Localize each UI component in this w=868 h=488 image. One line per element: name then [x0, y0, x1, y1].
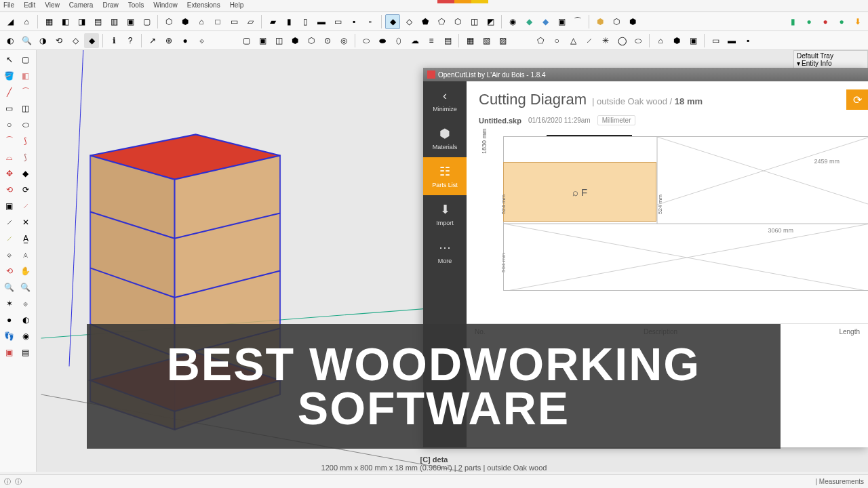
tool-icon[interactable]: ⟳ [18, 182, 33, 197]
menu-camera[interactable]: Camera [69, 1, 94, 10]
tool-icon[interactable]: ⊙ [320, 33, 335, 48]
menu-edit[interactable]: Edit [24, 1, 35, 10]
tool-icon[interactable]: ⬢ [669, 33, 684, 48]
download-icon[interactable]: ⬇ [850, 14, 865, 29]
tool-icon[interactable]: ▮ [281, 14, 296, 29]
menu-tools[interactable]: Tools [128, 1, 144, 10]
tool-icon[interactable]: ⬡ [609, 14, 624, 29]
info-icon[interactable]: ⓘ [4, 477, 11, 487]
tool-icon[interactable]: ◢ [3, 14, 18, 29]
tool-icon[interactable]: ▥ [106, 14, 121, 29]
tool-icon[interactable]: ⌒ [18, 84, 33, 100]
scene-thumb-icon[interactable]: ● [834, 14, 849, 29]
tool-icon[interactable]: ⊕ [161, 33, 176, 48]
tool-icon[interactable]: ☁ [408, 33, 422, 48]
tool-icon[interactable]: ⌓ [1, 149, 17, 165]
tool-icon[interactable]: ⬭ [359, 33, 374, 48]
tool-icon[interactable]: ⟋ [18, 198, 33, 214]
tool-icon[interactable]: ● [178, 33, 193, 48]
tool-icon[interactable]: ▣ [123, 14, 138, 29]
tool-icon[interactable]: ◉ [18, 328, 33, 344]
zoom-tool-icon[interactable]: 🔍 [1, 279, 17, 295]
tool-icon[interactable]: ◯ [614, 33, 629, 48]
tool-icon[interactable]: ⬡ [304, 33, 319, 48]
tool-icon[interactable]: ⬠ [533, 33, 548, 48]
tool-icon[interactable]: ▪ [741, 33, 755, 48]
entity-info-panel[interactable]: Entity Info [802, 60, 831, 67]
tool-icon[interactable]: 🔍 [19, 33, 34, 48]
plugin-titlebar[interactable]: OpenCutList by L'Air du Bois - 1.8.4 [423, 68, 868, 81]
tool-icon[interactable]: ◫ [467, 14, 481, 29]
tool-icon[interactable]: ⬡ [161, 14, 176, 29]
tool-icon[interactable]: ▨ [495, 33, 510, 48]
text-tool-icon[interactable]: A̲ [18, 230, 33, 246]
tool-icon[interactable]: ▭ [330, 14, 345, 29]
tool-icon[interactable]: ℹ [106, 33, 121, 48]
tool-icon[interactable]: ⌂ [19, 14, 34, 29]
tool-icon[interactable]: ◩ [483, 14, 498, 29]
tool-icon[interactable]: ◨ [74, 14, 89, 29]
rect-tool-icon[interactable]: ▭ [1, 100, 17, 116]
move-tool-icon[interactable]: ✥ [1, 165, 17, 181]
parts-list-tab[interactable]: ☷ Parts List [423, 157, 467, 195]
tool-icon[interactable]: ▣ [1, 344, 17, 360]
tool-icon[interactable]: ⟐ [1, 247, 17, 262]
tool-icon[interactable]: ▭ [708, 33, 723, 48]
tool-icon[interactable]: ◑ [35, 33, 50, 48]
tool-icon[interactable]: ▤ [90, 14, 105, 29]
tool-icon[interactable]: ▬ [724, 33, 739, 48]
walk-tool-icon[interactable]: 👣 [1, 328, 17, 344]
tool-icon[interactable]: ▤ [18, 344, 33, 360]
tool-icon[interactable]: ▯ [298, 14, 313, 29]
tool-icon[interactable]: ● [1, 312, 17, 327]
tool-icon[interactable]: ▭ [226, 14, 241, 29]
unit-badge[interactable]: Millimeter [597, 115, 636, 125]
tool-icon[interactable]: ⬬ [375, 33, 390, 48]
tool-icon[interactable]: ▢ [18, 52, 33, 67]
circle-tool-icon[interactable]: ○ [1, 117, 17, 132]
paint-tool-icon[interactable]: 🪣 [1, 68, 17, 83]
tool-icon[interactable]: ≡ [424, 33, 439, 48]
tool-icon[interactable]: ◆ [84, 33, 99, 48]
tool-icon[interactable]: ⟐ [194, 33, 209, 48]
tool-icon[interactable]: ✶ [1, 296, 17, 311]
tool-icon[interactable]: ▰ [265, 14, 280, 29]
tool-icon[interactable]: ⬯ [391, 33, 406, 48]
import-tab[interactable]: ⬇ Import [423, 195, 467, 233]
tool-icon[interactable]: ⟋ [1, 230, 17, 246]
tape-tool-icon[interactable]: ⟋ [1, 214, 17, 230]
tool-icon[interactable]: ⬡ [450, 14, 465, 29]
scene-thumb-icon[interactable]: ▮ [785, 14, 800, 29]
menu-extensions[interactable]: Extensions [187, 1, 220, 10]
tool-icon[interactable]: ◧ [58, 14, 73, 29]
tool-icon[interactable]: ✳ [598, 33, 613, 48]
tool-icon[interactable]: ⌂ [653, 33, 668, 48]
tool-icon[interactable]: ? [123, 33, 138, 48]
refresh-button[interactable]: ⟳ [846, 89, 868, 110]
tool-icon[interactable]: ▢ [239, 33, 254, 48]
tool-icon[interactable]: □ [210, 14, 225, 29]
tool-icon[interactable]: ▢ [139, 14, 154, 29]
tool-icon[interactable]: ◐ [18, 312, 33, 327]
minimize-tab[interactable]: ‹ Minimize [423, 81, 467, 119]
menu-window[interactable]: Window [153, 1, 178, 10]
cutting-diagram[interactable]: 1830 mm detail 11 ⬚ 1200 mm x 524 mm 120… [479, 134, 868, 323]
tool-icon[interactable]: ⬢ [593, 14, 608, 29]
tool-icon[interactable]: 🔍 [18, 279, 33, 295]
more-tab[interactable]: ⋯ More [423, 233, 467, 271]
tool-icon[interactable]: ▫ [363, 14, 378, 29]
tool-icon[interactable]: ○ [549, 33, 564, 48]
tool-icon[interactable]: ⬠ [434, 14, 449, 29]
select-tool-icon[interactable]: ↖ [1, 52, 17, 67]
tool-icon[interactable]: ◇ [401, 14, 416, 29]
materials-tab[interactable]: ⬢ Materials [423, 119, 467, 157]
menu-file[interactable]: File [3, 1, 14, 10]
tool-icon[interactable]: ▣ [686, 33, 701, 48]
tool-icon[interactable]: ▱ [243, 14, 258, 29]
tool-icon[interactable]: ◉ [505, 14, 520, 29]
info-icon[interactable]: ⓘ [15, 477, 22, 487]
tool-icon[interactable]: ◫ [271, 33, 286, 48]
orbit-tool-icon[interactable]: ⟲ [1, 263, 17, 279]
tool-icon[interactable]: ⬟ [418, 14, 433, 29]
tool-icon[interactable]: ▣ [554, 14, 569, 29]
